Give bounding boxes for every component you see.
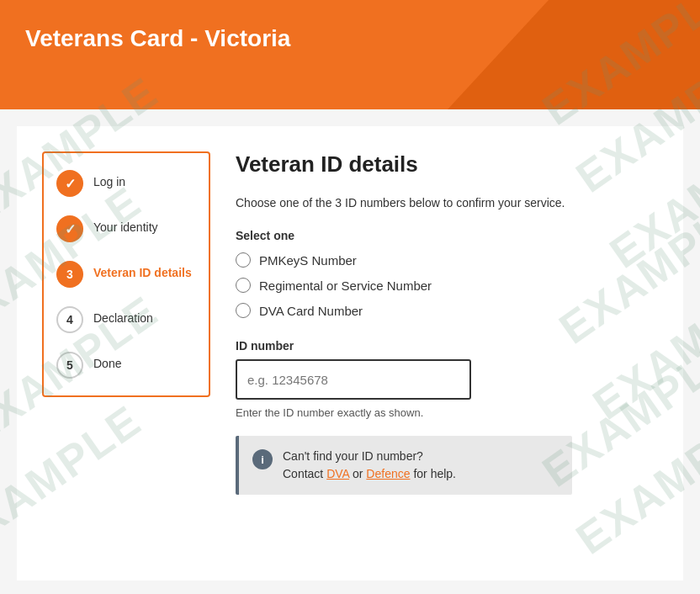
step-3-number: 3 [66, 268, 73, 281]
step-4-declaration[interactable]: 4 Declaration [56, 306, 196, 333]
radio-pmkeys-input[interactable] [236, 252, 251, 268]
page-header: Veterans Card - Victoria [0, 0, 700, 109]
radio-dva[interactable]: DVA Card Number [236, 303, 658, 318]
step-3-label: Veteran ID details [93, 261, 192, 280]
id-input-hint: Enter the ID number exactly as shown. [236, 406, 658, 419]
radio-dva-input[interactable] [236, 303, 251, 318]
step-5-number: 5 [66, 358, 73, 372]
defence-link[interactable]: Defence [366, 467, 410, 480]
info-box: i Can't find your ID number? Contact DVA… [236, 436, 572, 495]
step-1-login[interactable]: ✓ Log in [56, 170, 196, 197]
id-number-input[interactable] [236, 359, 471, 400]
step-1-circle: ✓ [56, 170, 83, 197]
dva-link[interactable]: DVA [326, 467, 349, 480]
radio-pmkeys-label: PMKeyS Number [259, 253, 357, 268]
radio-group: PMKeyS Number Regimental or Service Numb… [236, 252, 658, 318]
radio-dva-label: DVA Card Number [259, 304, 363, 318]
step-5-circle: 5 [56, 352, 83, 379]
help-text: for help. [411, 467, 456, 480]
main-content: ✓ Log in ✓ Your identity 3 Veteran ID de… [17, 126, 683, 581]
step-2-identity[interactable]: ✓ Your identity [56, 215, 196, 242]
radio-regimental[interactable]: Regimental or Service Number [236, 278, 658, 293]
step-5-label: Done [93, 352, 121, 371]
or-text: or [349, 467, 366, 480]
step-4-number: 4 [66, 313, 73, 326]
checkmark-icon: ✓ [65, 176, 76, 192]
cant-find-text: Can't find your ID number? [283, 449, 423, 463]
step-3-circle: 3 [56, 261, 83, 288]
step-1-label: Log in [93, 170, 125, 189]
step-4-label: Declaration [93, 306, 153, 326]
id-number-label: ID number [236, 339, 658, 353]
radio-regimental-label: Regimental or Service Number [259, 278, 432, 293]
step-2-label: Your identity [93, 215, 158, 235]
checkmark-icon: ✓ [65, 221, 76, 237]
form-description: Choose one of the 3 ID numbers below to … [236, 194, 658, 212]
info-text: Can't find your ID number? Contact DVA o… [283, 448, 456, 483]
radio-pmkeys[interactable]: PMKeyS Number [236, 252, 658, 268]
step-4-circle: 4 [56, 306, 83, 333]
contact-text: Contact [283, 467, 326, 480]
page-title: Veterans Card - Victoria [0, 0, 700, 77]
select-one-label: Select one [236, 229, 658, 242]
stepper-sidebar: ✓ Log in ✓ Your identity 3 Veteran ID de… [42, 151, 210, 397]
info-icon: i [252, 449, 273, 469]
step-3-veteran-id[interactable]: 3 Veteran ID details [56, 261, 196, 288]
step-2-circle: ✓ [56, 215, 83, 242]
form-area: Veteran ID details Choose one of the 3 I… [236, 151, 658, 555]
form-title: Veteran ID details [236, 151, 658, 178]
step-5-done[interactable]: 5 Done [56, 352, 196, 379]
radio-regimental-input[interactable] [236, 278, 251, 293]
